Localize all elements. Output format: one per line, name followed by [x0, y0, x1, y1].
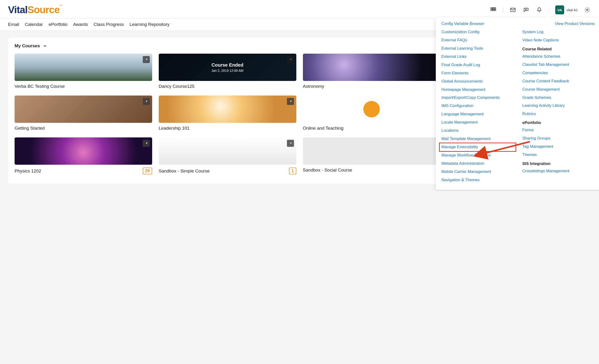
app-header: VitalSource™ VA vital A1	[0, 0, 599, 18]
overlay-date: Jan 2, 2019 12:00 AM	[211, 69, 243, 72]
dropdown-link[interactable]: Sharing Groups	[522, 134, 595, 142]
course-card[interactable]: Physics 120229	[15, 137, 152, 174]
brand-tm: ™	[60, 4, 62, 8]
dropdown-link[interactable]: System Log	[522, 28, 595, 36]
course-card[interactable]: Course EndedJan 2, 2019 12:00 AMDancy Co…	[159, 54, 296, 89]
course-card[interactable]: Getting Started	[15, 96, 152, 131]
nav-learning-repository[interactable]: Learning Repository	[130, 22, 170, 27]
pin-icon[interactable]	[287, 140, 294, 147]
course-thumbnail[interactable]	[15, 137, 152, 165]
pin-icon[interactable]	[143, 98, 150, 105]
dropdown-link[interactable]: External FAQs	[441, 36, 514, 44]
overlay-title: Course Ended	[211, 62, 243, 68]
dropdown-link[interactable]: Classlist Tab Management	[522, 61, 595, 69]
dropdown-link[interactable]: Navigation & Themes	[441, 176, 514, 184]
dropdown-link[interactable]: Course Content Feedback	[522, 77, 595, 85]
dropdown-link[interactable]: Import/Export/Copy Components	[441, 94, 514, 102]
dropdown-link[interactable]: External Links	[441, 53, 514, 61]
dropdown-link[interactable]: Mobile Carrier Management	[441, 168, 514, 176]
course-card[interactable]: Astronomy	[303, 54, 440, 89]
dropdown-link[interactable]: Manage Workflow Sessions	[441, 151, 514, 160]
dropdown-link[interactable]: IMS Configuration	[441, 102, 514, 110]
notification-badge: 1	[289, 168, 296, 174]
pin-icon[interactable]	[143, 56, 150, 63]
dropdown-link[interactable]: External Learning Tools	[441, 44, 514, 53]
course-thumbnail[interactable]	[303, 96, 440, 123]
course-title: Getting Started	[15, 126, 45, 131]
course-card[interactable]: Sandbox - Simple Course1	[159, 137, 296, 174]
course-card[interactable]: Verba BC Testing Course	[15, 54, 152, 89]
dropdown-link[interactable]: Final Grade Audit Log	[441, 61, 514, 69]
mail-icon[interactable]	[509, 6, 517, 14]
dropdown-link[interactable]: Attendance Schemes	[522, 53, 595, 61]
dropdown-column-1: Config Variable BrowserCustomization Con…	[441, 20, 514, 184]
dropdown-link[interactable]: Metadata Administration	[441, 160, 514, 168]
course-title-row: Verba BC Testing Course	[15, 84, 152, 89]
svg-point-7	[587, 9, 588, 11]
course-title: Sandbox - Simple Course	[159, 169, 210, 174]
header-actions: VA vital A1	[489, 5, 591, 14]
dropdown-link[interactable]: View Product Versions	[522, 20, 595, 28]
course-thumbnail[interactable]	[303, 54, 440, 81]
main-area: My Courses Verba BC Testing CourseCourse…	[0, 31, 599, 191]
dropdown-link[interactable]: Global Announcements	[441, 77, 514, 86]
dropdown-link[interactable]: Tag Management	[522, 142, 595, 151]
svg-rect-0	[491, 8, 492, 9]
dropdown-link[interactable]: Grade Schemes	[522, 94, 595, 102]
course-thumbnail[interactable]	[303, 137, 440, 165]
dropdown-link[interactable]: Competencies	[522, 69, 595, 77]
dropdown-heading: SIS Integration	[522, 159, 595, 167]
dropdown-link[interactable]: Locale Management	[441, 118, 514, 127]
course-thumbnail[interactable]	[159, 96, 296, 123]
chevron-down-icon	[43, 44, 47, 48]
dropdown-link[interactable]: Customization Config	[441, 28, 514, 36]
dropdown-link[interactable]: Forms	[522, 126, 595, 134]
course-title-row: Dancy Course125	[159, 84, 296, 89]
course-title-row: Sandbox - Social Course	[303, 168, 440, 173]
dropdown-heading: ePortfolio	[522, 118, 595, 126]
dropdown-heading: Course Related	[522, 44, 595, 53]
pin-icon[interactable]	[143, 140, 150, 147]
dropdown-link[interactable]: Crosslistings Management	[522, 167, 595, 175]
nav-calendar[interactable]: Calendar	[25, 22, 43, 27]
course-thumbnail[interactable]	[15, 54, 152, 81]
dropdown-link[interactable]: Learning Activity Library	[522, 102, 595, 110]
svg-rect-2	[494, 8, 495, 9]
course-thumbnail[interactable]	[15, 96, 152, 123]
course-title: Online and Teaching	[303, 126, 344, 131]
course-card[interactable]: Online and Teaching	[303, 96, 440, 131]
nav-eportfolio[interactable]: ePortfolio	[49, 22, 68, 27]
dropdown-link[interactable]: Homepage Management	[441, 86, 514, 94]
user-menu[interactable]: VA vital A1	[555, 5, 578, 14]
username-label: vital A1	[566, 8, 578, 12]
svg-rect-1	[493, 8, 494, 9]
course-thumbnail[interactable]: Course EndedJan 2, 2019 12:00 AM	[159, 54, 296, 81]
apps-grid-icon[interactable]	[489, 6, 497, 14]
dropdown-link[interactable]: Video Note Captions	[522, 36, 595, 44]
course-title-row: Astronomy	[303, 84, 440, 89]
course-thumbnail[interactable]	[159, 137, 296, 165]
course-card[interactable]: Leadership 101	[159, 96, 296, 131]
dropdown-link[interactable]: Themes	[522, 151, 595, 159]
dropdown-link[interactable]: Rubrics	[522, 110, 595, 118]
dropdown-link[interactable]: Manage Extensibility	[440, 143, 516, 151]
dropdown-link[interactable]: Course Management	[522, 85, 595, 94]
dropdown-link[interactable]: Mail Template Management	[441, 135, 514, 143]
svg-rect-3	[491, 9, 492, 11]
bell-icon[interactable]	[536, 6, 543, 14]
nav-email[interactable]: Email	[8, 22, 19, 27]
course-title-row: Online and Teaching	[303, 126, 440, 131]
nav-awards[interactable]: Awards	[73, 22, 88, 27]
nav-class-progress[interactable]: Class Progress	[94, 22, 124, 27]
pin-icon[interactable]	[287, 98, 294, 105]
chat-icon[interactable]	[522, 6, 530, 14]
dropdown-column-2: View Product VersionsSystem LogVideo Not…	[522, 20, 595, 184]
course-title: Astronomy	[303, 84, 324, 89]
gear-icon[interactable]	[583, 6, 591, 14]
dropdown-link[interactable]: Form Elements	[441, 69, 514, 77]
dropdown-link[interactable]: Language Management	[441, 110, 514, 118]
dropdown-link[interactable]: Config Variable Browser	[441, 20, 514, 28]
course-card[interactable]: Sandbox - Social Course	[303, 137, 440, 174]
admin-tools-dropdown: Config Variable BrowserCustomization Con…	[436, 18, 599, 190]
dropdown-link[interactable]: Locations	[441, 127, 514, 135]
